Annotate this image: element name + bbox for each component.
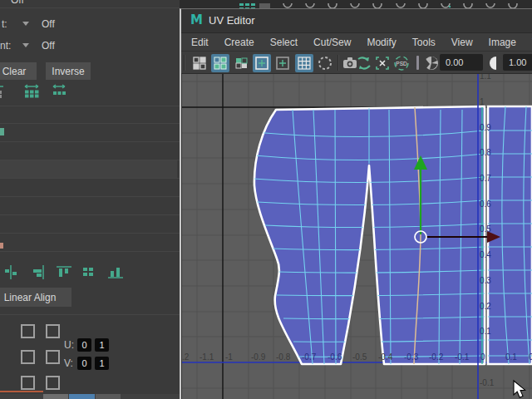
option-value-1[interactable]: Off xyxy=(42,18,55,30)
x-tick: -0.8 xyxy=(276,352,290,362)
menu-image[interactable]: Image xyxy=(489,37,516,48)
toolbar-grip xyxy=(184,55,185,71)
slider-handle[interactable] xyxy=(416,56,419,70)
y-tick: 1 xyxy=(480,97,485,106)
x-tick: 0.2 xyxy=(529,352,532,362)
list-row-divider xyxy=(0,251,180,252)
x-tick: -0.9 xyxy=(251,352,265,362)
menu-view[interactable]: View xyxy=(451,37,473,48)
left-panel: Off t: Off nt: Off Clear Inverse xyxy=(0,0,180,399)
dashed-circle-icon[interactable] xyxy=(316,54,334,72)
x-tick: 0 xyxy=(480,352,485,362)
u-max-field[interactable]: 1 xyxy=(95,338,109,352)
clipped-icon-fragment xyxy=(0,243,3,249)
list-row-divider xyxy=(0,196,180,197)
checkbox[interactable] xyxy=(21,376,35,390)
divider xyxy=(0,7,180,8)
camera-refresh-icon[interactable] xyxy=(355,54,373,72)
align-horizontal-center-icon[interactable] xyxy=(5,265,17,279)
distribute-icons-row xyxy=(0,83,78,100)
title-bar[interactable]: M UV Editor xyxy=(181,9,532,32)
v-min-field[interactable]: 0 xyxy=(77,357,91,370)
distribute-horizontal-grid-icon[interactable] xyxy=(25,85,39,98)
y-tick: 1.1 xyxy=(480,74,491,81)
list-row-divider xyxy=(0,178,180,179)
pixel-snap-icon[interactable] xyxy=(373,54,392,72)
y-tick: 0.8 xyxy=(480,148,491,157)
distribute-left-icon[interactable] xyxy=(0,85,3,98)
y-tick: 0.1 xyxy=(480,327,491,336)
y-tick: 0.9 xyxy=(480,123,491,132)
orange-underline xyxy=(0,391,43,392)
texture-border-icon[interactable] xyxy=(273,54,292,72)
list-row-divider xyxy=(0,141,180,142)
v-range-label: V: xyxy=(64,357,73,369)
x-tick: -0.5 xyxy=(352,352,367,362)
u-range-label: U: xyxy=(64,339,74,351)
align-top-icon[interactable] xyxy=(57,267,71,277)
v-max-field[interactable]: 1 xyxy=(95,357,109,370)
checkbox[interactable] xyxy=(46,376,60,390)
y-tick: 0.3 xyxy=(480,276,491,285)
x-tick: -0.6 xyxy=(328,352,342,362)
divider xyxy=(0,106,180,106)
x-tick: -1 xyxy=(225,352,233,362)
checkbox[interactable] xyxy=(21,324,35,338)
clear-button[interactable]: Clear xyxy=(0,62,37,80)
x-tick: -1.2 xyxy=(182,352,189,362)
y-tick: 0.4 xyxy=(480,250,491,259)
uv-canvas-viewport[interactable]: -1.2 -1.1 -1 -0.9 -0.8 -0.7 -0.6 -0.5 -0… xyxy=(182,74,532,399)
y-tick: 0.2 xyxy=(480,302,491,311)
exposure-aperture-icon[interactable] xyxy=(422,54,441,72)
uv-toolbar: PSD 0.00 1.00 xyxy=(181,51,532,74)
option-label-2: nt: xyxy=(0,40,11,52)
option-value-2[interactable]: Off xyxy=(42,40,55,52)
align-bottom-icon[interactable] xyxy=(108,268,123,278)
toolbar-separator xyxy=(337,55,339,71)
distribute-center-icon[interactable] xyxy=(83,268,93,276)
checkbox[interactable] xyxy=(21,350,35,364)
shaded-tiles-icon[interactable] xyxy=(211,54,229,72)
u-min-field[interactable]: 0 xyxy=(77,338,91,352)
list-row-divider xyxy=(0,123,180,124)
divider xyxy=(0,314,180,315)
chevron-down-icon[interactable] xyxy=(22,43,29,47)
menu-select[interactable]: Select xyxy=(270,37,298,48)
menu-tools[interactable]: Tools xyxy=(412,37,436,48)
checkbox[interactable] xyxy=(46,350,60,364)
list-row-divider xyxy=(0,160,180,160)
clipped-button[interactable] xyxy=(43,394,68,399)
x-tick: -1.1 xyxy=(200,352,214,362)
texture-border-active-icon[interactable] xyxy=(253,54,271,72)
checker-grid-icon[interactable] xyxy=(295,54,313,72)
clipped-button-active[interactable] xyxy=(69,394,95,399)
screenshot-root: { "left_panel": { "overflow_value": "Off… xyxy=(0,0,532,399)
list-row-highlight[interactable] xyxy=(0,160,177,178)
inverse-button[interactable]: Inverse xyxy=(46,62,91,80)
single-uv-tile-icon[interactable] xyxy=(190,54,209,72)
x-tick: -0.4 xyxy=(378,352,392,362)
menu-modify[interactable]: Modify xyxy=(367,37,396,48)
menu-cut-sew[interactable]: Cut/Sew xyxy=(313,37,351,48)
menu-edit[interactable]: Edit xyxy=(191,37,209,48)
gamma-field[interactable]: 1.00 xyxy=(503,54,532,71)
x-tick: -0.2 xyxy=(429,352,443,362)
x-tick: -0.1 xyxy=(455,352,469,362)
x-tick: -0.7 xyxy=(302,352,316,362)
psd-network-icon[interactable]: PSD xyxy=(392,54,411,72)
linear-align-button[interactable]: Linear Align xyxy=(0,288,71,307)
svg-text:PSD: PSD xyxy=(396,61,407,66)
y-tick: 0.6 xyxy=(480,200,491,209)
list-row-divider xyxy=(0,233,180,234)
checkbox[interactable] xyxy=(46,324,60,338)
distribute-row-icon[interactable] xyxy=(53,85,66,95)
chevron-down-icon[interactable] xyxy=(22,22,29,26)
distortion-tiles-icon[interactable] xyxy=(232,54,250,72)
mouse-cursor xyxy=(514,381,525,397)
clipped-button[interactable] xyxy=(96,394,121,399)
align-right-icon[interactable] xyxy=(33,265,43,279)
option-label-1: t: xyxy=(2,18,7,30)
menu-create[interactable]: Create xyxy=(224,37,254,48)
align-icons-row xyxy=(3,264,128,281)
exposure-field[interactable]: 0.00 xyxy=(440,54,483,71)
